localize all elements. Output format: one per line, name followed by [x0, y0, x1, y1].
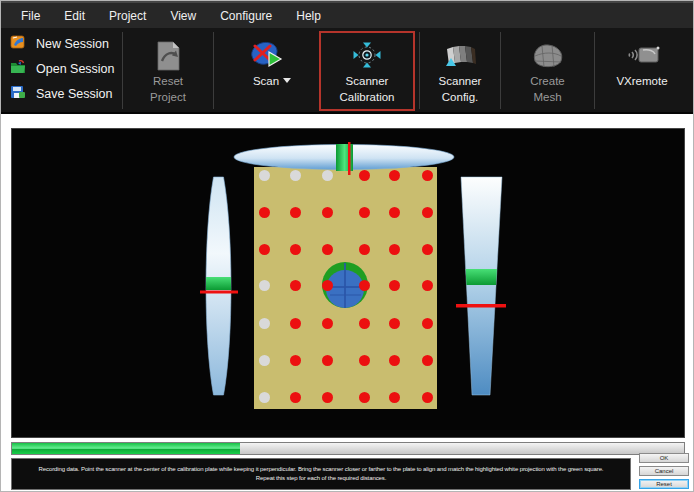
- toolbar-separator: [500, 32, 501, 109]
- ok-button[interactable]: OK: [639, 453, 689, 463]
- red-dot: [422, 355, 433, 366]
- red-dot: [290, 207, 301, 218]
- vxremote-label: VXremote: [616, 74, 667, 89]
- menu-file[interactable]: File: [9, 9, 52, 23]
- scan-dropdown-arrow-icon[interactable]: [283, 78, 291, 83]
- red-dot: [422, 170, 433, 181]
- scan-label: Scan: [253, 74, 279, 89]
- red-dot: [359, 207, 370, 218]
- status-message-box: Recording data. Point the scanner at the…: [11, 458, 631, 490]
- new-session-label: New Session: [36, 37, 109, 51]
- reset-project-icon: [153, 38, 183, 73]
- vxremote-button[interactable]: VXremote: [596, 32, 688, 111]
- red-dot: [290, 244, 301, 255]
- menu-project[interactable]: Project: [97, 9, 158, 23]
- red-dot: [290, 280, 301, 291]
- red-dot: [389, 392, 400, 403]
- white-dot: [259, 318, 270, 329]
- status-bar: Recording data. Point the scanner at the…: [11, 458, 685, 491]
- status-line-2: Repeat this step for each of the require…: [15, 474, 627, 483]
- create-mesh-label-1: Create: [530, 74, 565, 89]
- toolbar-separator: [122, 32, 123, 109]
- red-dot: [322, 207, 333, 218]
- red-dot: [422, 244, 433, 255]
- white-dot: [290, 170, 301, 181]
- scan-button[interactable]: Scan: [215, 32, 317, 111]
- red-dot: [290, 355, 301, 366]
- open-session-label: Open Session: [36, 62, 115, 76]
- create-mesh-label-2: Mesh: [533, 90, 561, 105]
- save-session-button[interactable]: Save Session: [9, 83, 112, 104]
- new-session-button[interactable]: New Session: [9, 33, 109, 54]
- scanner-config-button[interactable]: Scanner Config.: [421, 32, 499, 111]
- red-dot: [322, 318, 333, 329]
- red-dot: [359, 392, 370, 403]
- create-mesh-button: Create Mesh: [502, 32, 593, 111]
- toolbar: New Session Open Session: [1, 28, 693, 114]
- scanner-config-label-2: Config.: [442, 90, 478, 105]
- red-dot: [359, 170, 370, 181]
- left-gauge-green-target: [202, 277, 235, 290]
- left-distance-gauge: [200, 177, 238, 395]
- scanner-calibration-label-1: Scanner: [346, 74, 389, 89]
- status-line-1: Recording data. Point the scanner at the…: [15, 465, 627, 474]
- cancel-button[interactable]: Cancel: [639, 466, 689, 476]
- toolbar-separator: [594, 32, 595, 109]
- scanner-calibration-label-2: Calibration: [340, 90, 395, 105]
- calibration-plate: [254, 167, 437, 409]
- white-dot: [322, 170, 333, 181]
- reset-project-label-2: Project: [150, 90, 186, 105]
- vxremote-icon: [623, 38, 661, 73]
- white-dot: [259, 280, 270, 291]
- red-dot: [359, 355, 370, 366]
- white-dot: [259, 170, 270, 181]
- calibration-viewport: [11, 128, 685, 438]
- menu-bar: File Edit Project View Configure Help: [1, 1, 693, 28]
- red-dot: [359, 318, 370, 329]
- reset-project-label-1: Reset: [153, 74, 183, 89]
- reset-project-button: Reset Project: [124, 32, 212, 111]
- red-dot: [259, 207, 270, 218]
- open-session-button[interactable]: Open Session: [9, 58, 115, 79]
- menu-view[interactable]: View: [158, 9, 208, 23]
- red-dot: [422, 318, 433, 329]
- toolbar-separator: [419, 32, 420, 109]
- open-session-icon: [9, 58, 27, 80]
- red-dot: [322, 355, 333, 366]
- menu-help[interactable]: Help: [284, 9, 333, 23]
- red-dot: [359, 244, 370, 255]
- save-session-icon: [9, 83, 27, 105]
- red-dot: [389, 355, 400, 366]
- red-dot: [422, 392, 433, 403]
- white-dot: [259, 355, 270, 366]
- scanner-config-label-1: Scanner: [439, 74, 482, 89]
- red-dot: [389, 318, 400, 329]
- red-dot: [259, 244, 270, 255]
- new-session-icon: [9, 33, 27, 55]
- scan-icon: [248, 38, 284, 73]
- save-session-label: Save Session: [36, 87, 112, 101]
- red-dot: [389, 170, 400, 181]
- scanner-calibration-button[interactable]: Scanner Calibration: [321, 32, 413, 111]
- right-distance-gauge: [456, 177, 506, 395]
- menu-configure[interactable]: Configure: [208, 9, 284, 23]
- red-dot: [389, 244, 400, 255]
- menu-edit[interactable]: Edit: [52, 9, 97, 23]
- scanner-config-icon: [443, 38, 477, 73]
- red-dot: [322, 280, 333, 291]
- toolbar-separator: [213, 32, 214, 109]
- target-cross-horizontal-2: [330, 294, 361, 296]
- red-dot: [290, 318, 301, 329]
- right-gauge-red-indicator: [456, 304, 506, 308]
- white-dot: [259, 392, 270, 403]
- red-dot: [322, 244, 333, 255]
- create-mesh-icon: [530, 38, 566, 73]
- reset-button[interactable]: Reset: [639, 479, 689, 489]
- red-dot: [359, 280, 370, 291]
- red-dot: [389, 207, 400, 218]
- progress-fill: [12, 443, 240, 454]
- right-gauge-green-target: [462, 269, 502, 285]
- red-dot: [422, 207, 433, 218]
- vxelements-window: File Edit Project View Configure Help Ne…: [0, 0, 694, 492]
- calibration-progress-bar: [11, 442, 685, 455]
